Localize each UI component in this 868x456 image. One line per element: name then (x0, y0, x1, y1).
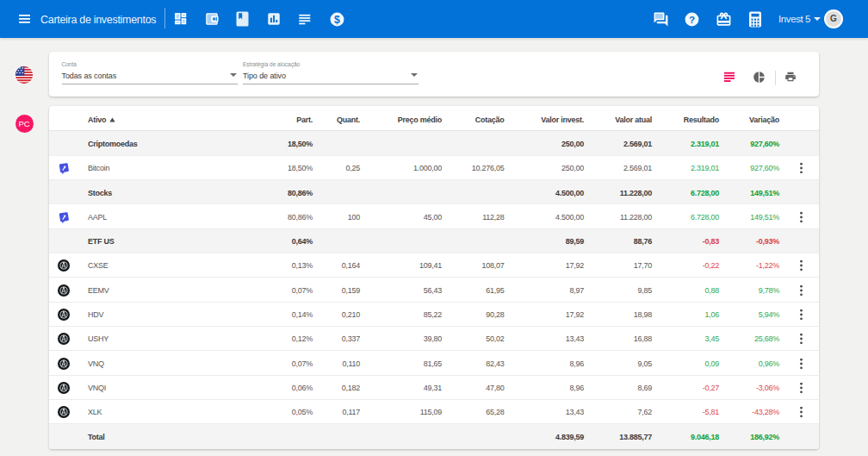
svg-text:?: ? (689, 14, 695, 24)
svg-text:$: $ (334, 13, 340, 25)
